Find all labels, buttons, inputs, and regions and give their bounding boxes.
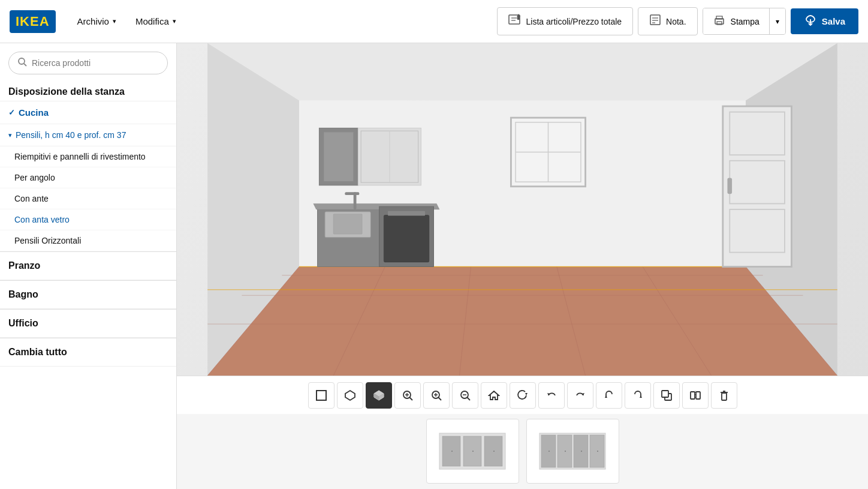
ikea-logo: IKEA (10, 10, 56, 33)
home-button[interactable] (481, 382, 507, 409)
subcat-riempitivi[interactable]: Riempitivi e pannelli di rivestimento (0, 146, 176, 167)
2d-view-button[interactable] (308, 382, 334, 409)
rotate-right-button[interactable] (625, 382, 651, 409)
stampa-dropdown-chevron-icon: ▾ (776, 17, 779, 26)
3d-view-button[interactable] (366, 382, 392, 409)
lista-icon (508, 14, 522, 29)
svg-rect-78 (696, 392, 700, 399)
svg-rect-80 (722, 393, 727, 400)
svg-rect-41 (333, 214, 362, 234)
archivio-chevron-icon: ▾ (113, 17, 116, 25)
salva-icon (804, 14, 817, 28)
svg-marker-73 (605, 395, 607, 398)
svg-marker-13 (207, 43, 837, 101)
svg-point-11 (19, 58, 25, 64)
svg-rect-46 (388, 211, 425, 216)
svg-line-63 (438, 397, 441, 400)
archivio-label: Archivio (77, 16, 109, 26)
nota-icon (649, 14, 661, 29)
zoom-out-button[interactable] (452, 382, 478, 409)
subcat-con-ante[interactable]: Con ante (0, 188, 176, 209)
nota-label: Nota. (666, 17, 686, 26)
sidebar-item-bagno[interactable]: Bagno (0, 281, 176, 309)
copy-button[interactable] (653, 382, 680, 409)
svg-line-67 (467, 397, 470, 400)
svg-rect-34 (324, 132, 354, 181)
modifica-label: Modifica (135, 16, 169, 26)
subcat-pensili-orizzontali[interactable]: Pensili Orizzontali (0, 230, 176, 251)
salva-button[interactable]: Salva (791, 8, 858, 34)
svg-marker-17 (207, 267, 837, 376)
svg-rect-47 (723, 106, 792, 266)
subcategory-label: Pensili, h cm 40 e prof. cm 37 (16, 130, 126, 140)
room-layout-title: Disposizione della stanza (0, 80, 176, 101)
svg-line-59 (409, 397, 412, 400)
modifica-menu[interactable]: Modifica ▾ (128, 11, 183, 31)
salva-label: Salva (822, 16, 845, 26)
thumbnail-2[interactable] (526, 419, 619, 484)
top-navigation: IKEA Archivio ▾ Modifica ▾ Lista articol… (0, 0, 868, 43)
svg-line-12 (24, 64, 26, 66)
svg-rect-51 (727, 178, 732, 194)
thumb-img-2 (527, 419, 619, 483)
lista-label: Lista articoli/Prezzo totale (526, 17, 622, 26)
zoom-in-button[interactable] (423, 382, 450, 409)
stampa-button[interactable]: Stampa (703, 8, 769, 34)
main-layout: Disposizione della stanza ✓ Cucina ▾ Pen… (0, 43, 868, 489)
sidebar-item-cambia-tutto[interactable]: Cambia tutto (0, 338, 176, 367)
3d-viewport[interactable] (177, 43, 868, 376)
svg-rect-76 (662, 391, 668, 397)
svg-rect-77 (691, 392, 695, 399)
cucina-label: Cucina (19, 107, 49, 118)
sidebar: Disposizione della stanza ✓ Cucina ▾ Pen… (0, 43, 177, 489)
archivio-menu[interactable]: Archivio ▾ (70, 11, 123, 31)
subcategory-header[interactable]: ▾ Pensili, h cm 40 e prof. cm 37 (0, 124, 176, 146)
mirror-button[interactable] (682, 382, 709, 409)
svg-marker-53 (345, 391, 355, 400)
content-area (177, 43, 868, 489)
search-icon (17, 57, 27, 69)
stampa-icon (713, 14, 726, 28)
svg-marker-69 (489, 391, 499, 400)
room-svg (177, 43, 868, 376)
subcategory-expand-icon: ▾ (8, 131, 12, 139)
toolbar (177, 376, 868, 414)
search-box[interactable] (8, 52, 168, 74)
subcat-per-angolo[interactable]: Per angolo (0, 167, 176, 188)
thumb-img-1 (427, 419, 519, 483)
subcat-con-anta-vetro[interactable]: Con anta vetro (0, 209, 176, 230)
svg-rect-43 (345, 192, 359, 195)
rotate-left-button[interactable] (596, 382, 622, 409)
sidebar-scroll: ✓ Cucina ▾ Pensili, h cm 40 e prof. cm 3… (0, 101, 176, 489)
thumbnails-bar (177, 414, 868, 489)
delete-button[interactable] (711, 382, 737, 409)
sidebar-item-pranzo[interactable]: Pranzo (0, 252, 176, 280)
svg-rect-45 (384, 215, 429, 262)
svg-marker-70 (525, 393, 528, 395)
room-scene (177, 43, 868, 376)
sidebar-item-ufficio[interactable]: Ufficio (0, 310, 176, 338)
stampa-dropdown-button[interactable]: ▾ (769, 8, 785, 34)
undo-button[interactable] (538, 382, 565, 409)
svg-marker-74 (640, 395, 642, 398)
subcategory-container: Riempitivi e pannelli di rivestimento Pe… (0, 146, 176, 251)
stampa-label: Stampa (731, 17, 760, 26)
stampa-group: Stampa ▾ (703, 8, 786, 35)
zoom-fit-button[interactable] (394, 382, 421, 409)
cucina-check-icon: ✓ (8, 108, 15, 117)
rotate-cw-button[interactable] (510, 382, 536, 409)
iso-view-button[interactable] (337, 382, 363, 409)
thumbnail-1[interactable] (426, 419, 519, 484)
search-input[interactable] (32, 58, 159, 68)
lista-articoli-button[interactable]: Lista articoli/Prezzo totale (497, 7, 634, 35)
nota-button[interactable]: Nota. (638, 7, 697, 35)
modifica-chevron-icon: ▾ (173, 17, 176, 25)
svg-rect-52 (317, 391, 326, 400)
redo-button[interactable] (567, 382, 593, 409)
sidebar-item-cucina[interactable]: ✓ Cucina (0, 101, 176, 124)
